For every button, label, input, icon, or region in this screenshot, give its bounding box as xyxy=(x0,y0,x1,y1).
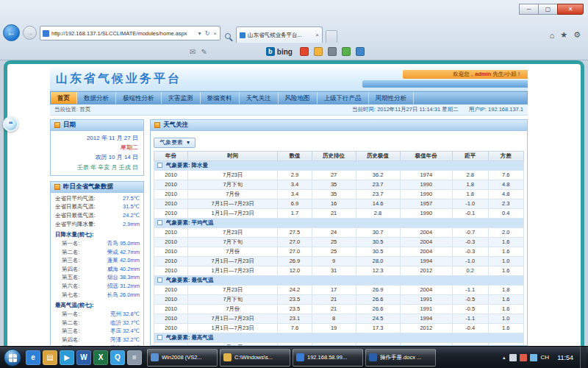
column-header[interactable]: 年份 xyxy=(154,151,188,160)
column-header[interactable]: 时间 xyxy=(188,151,278,160)
table-row[interactable]: 20107月份23.52126.61991-0.51.6 xyxy=(154,304,524,314)
group-row[interactable]: 气象要素: 最低气温 xyxy=(154,275,524,285)
column-header[interactable]: 极值年份 xyxy=(400,151,453,160)
word-icon[interactable]: W xyxy=(76,350,91,365)
maximize-button[interactable]: ▢ xyxy=(538,4,558,15)
element-dropdown-button[interactable]: 气象要素 ▾ xyxy=(154,138,196,148)
tray-flag-icon[interactable] xyxy=(509,354,517,361)
expand-icon[interactable] xyxy=(157,163,162,168)
table-row[interactable]: 20101月1日—7月23日7.61917.32012-0.41.6 xyxy=(154,323,524,333)
toolbar-app-orange-icon[interactable] xyxy=(314,47,323,56)
back-button[interactable]: ← xyxy=(3,24,20,41)
toolbar-app-gray-icon[interactable] xyxy=(328,47,337,56)
cell: 1.8 xyxy=(488,285,524,294)
menu-item-8[interactable]: 上级下行产品 xyxy=(318,92,369,104)
close-button[interactable]: ✕ xyxy=(557,4,584,15)
tools-gear-icon[interactable]: ⚙ xyxy=(573,30,581,40)
menu-item-2[interactable]: 数据分析 xyxy=(77,92,116,104)
group-row[interactable]: 气象要素: 降水量 xyxy=(154,160,524,170)
table-row[interactable]: 20107月23日31.52936.31955,1951-0.32.5 xyxy=(154,342,524,345)
column-header[interactable]: 历史排位 xyxy=(312,151,356,160)
toolbar-app-red-icon[interactable] xyxy=(300,47,309,56)
chat-icon[interactable]: Q xyxy=(110,350,125,365)
ime-indicator[interactable]: CH xyxy=(541,354,550,361)
tab-close-icon[interactable]: × xyxy=(315,32,319,38)
show-desktop-button[interactable] xyxy=(580,347,587,368)
table-row[interactable]: 20107月1日—7月23日23.1824.51994-1.11.0 xyxy=(154,314,524,323)
cell: 1990 xyxy=(400,180,453,189)
start-button[interactable] xyxy=(4,349,21,367)
expand-icon[interactable] xyxy=(157,220,162,225)
url-text[interactable]: http://192.168.137.1/SLCCLIMATE/modules/… xyxy=(51,30,196,37)
table-row[interactable]: 20107月下旬27.02530.52004-0.31.6 xyxy=(154,237,524,247)
bing-logo[interactable]: b bing xyxy=(266,47,293,56)
table-row[interactable]: 20107月下旬3.43523.719901.84.8 xyxy=(154,180,524,189)
browser-action-icons: ⌂ ★ ⚙ xyxy=(550,30,585,43)
refresh-icon[interactable]: ↻ xyxy=(204,30,211,37)
chevron-down-icon: ▾ xyxy=(187,139,190,146)
taskbar-window-1[interactable]: Win2008 (VS2... xyxy=(147,349,218,367)
browser-tab[interactable]: 山东省气候业务平台... × xyxy=(236,26,323,43)
search-icon[interactable] xyxy=(225,33,231,39)
excel-icon[interactable]: X xyxy=(93,350,108,365)
table-row[interactable]: 20107月23日24.21726.92004-1.11.8 xyxy=(154,285,524,294)
tray-network-icon[interactable] xyxy=(530,354,537,361)
column-header[interactable]: 历史极值 xyxy=(356,151,400,160)
notepad-icon[interactable]: ≡ xyxy=(127,350,142,365)
cmd-app-icons xyxy=(300,47,365,56)
ie-icon[interactable]: e xyxy=(26,350,40,365)
taskbar-window-4[interactable]: 操作手册.docx ... xyxy=(365,349,436,367)
minimize-button[interactable]: ─ xyxy=(519,4,539,15)
page-title: 山东省气候业务平台 xyxy=(56,71,182,87)
tray-alert-icon[interactable] xyxy=(520,354,527,361)
taskbar-window-2[interactable]: C:\Windows\s... xyxy=(220,349,290,367)
folder-icon[interactable]: ▤ xyxy=(43,350,57,365)
window-icon xyxy=(296,353,304,361)
menu-item-1[interactable]: 首页 xyxy=(51,92,77,104)
table-row[interactable]: 20101月1日—7月23日12.03112.320120.21.6 xyxy=(154,266,524,275)
column-header[interactable]: 距平 xyxy=(453,151,488,160)
taskbar-clock[interactable]: 11:54 xyxy=(553,354,578,361)
menu-item-4[interactable]: 灾害监测 xyxy=(162,92,201,104)
forward-button[interactable]: → xyxy=(23,26,37,40)
cell: 24.2 xyxy=(278,285,312,294)
hidden-icons-arrow[interactable]: ▴ xyxy=(503,355,506,361)
cell: 2010 xyxy=(154,256,188,266)
toolbar-app-green-icon[interactable] xyxy=(342,47,351,56)
table-row[interactable]: 20107月23日2.92736.219742.87.6 xyxy=(154,170,524,180)
cell: 2.0 xyxy=(488,227,524,237)
page-favicon xyxy=(43,30,49,37)
table-row[interactable]: 20107月1日—7月23日26.9928.01994-1.01.0 xyxy=(154,256,524,266)
table-row[interactable]: 20107月份3.43523.719901.84.8 xyxy=(154,189,524,199)
table-row[interactable]: 20101月1日—7月23日1.7212.81990-0.10.4 xyxy=(154,208,524,218)
menu-item-3[interactable]: 极端性分析 xyxy=(116,92,162,104)
toolbar-app-blue-icon[interactable] xyxy=(356,47,365,56)
column-header[interactable]: 方差 xyxy=(488,151,524,160)
address-bar[interactable]: http://192.168.137.1/SLCCLIMATE/modules/… xyxy=(40,26,220,40)
taskbar-window-3[interactable]: 192.168.58.99... xyxy=(293,349,363,367)
group-row[interactable]: 气象要素: 平均气温 xyxy=(154,218,524,227)
table-row[interactable]: 20107月23日27.52430.72004-0.72.0 xyxy=(154,227,524,237)
mail-icon[interactable]: ✉ xyxy=(190,48,196,56)
menu-item-5[interactable]: 整编资料 xyxy=(201,92,240,104)
cell: 7月23日 xyxy=(188,170,278,180)
stop-icon[interactable]: × xyxy=(212,30,218,37)
home-icon[interactable]: ⌂ xyxy=(550,31,555,40)
table-row[interactable]: 20107月份27.02530.52004-0.31.6 xyxy=(154,247,524,256)
column-header[interactable]: 数值 xyxy=(278,151,312,160)
media-player-icon[interactable]: ▶ xyxy=(60,350,74,365)
group-row[interactable]: 气象要素: 最高气温 xyxy=(154,333,524,342)
favorites-star-icon[interactable]: ★ xyxy=(560,30,567,40)
cell: 2012 xyxy=(400,266,453,275)
menu-item-9[interactable]: 周期性分析 xyxy=(369,92,415,104)
expand-icon[interactable] xyxy=(157,277,162,283)
new-tab-button[interactable] xyxy=(326,30,337,43)
rank-label: 第三名: xyxy=(62,327,80,336)
expand-icon[interactable] xyxy=(157,335,162,340)
table-row[interactable]: 20107月下旬23.52126.61991-0.51.6 xyxy=(154,294,524,304)
compose-icon[interactable]: ✎ xyxy=(201,48,207,56)
table-row[interactable]: 20107月1日—7月23日6.91614.61957-1.02.3 xyxy=(154,199,524,208)
address-dropdown-icon[interactable]: ▾ xyxy=(198,30,202,37)
menu-item-6[interactable]: 天气关注 xyxy=(240,92,279,104)
menu-item-7[interactable]: 风险地图 xyxy=(279,92,318,104)
